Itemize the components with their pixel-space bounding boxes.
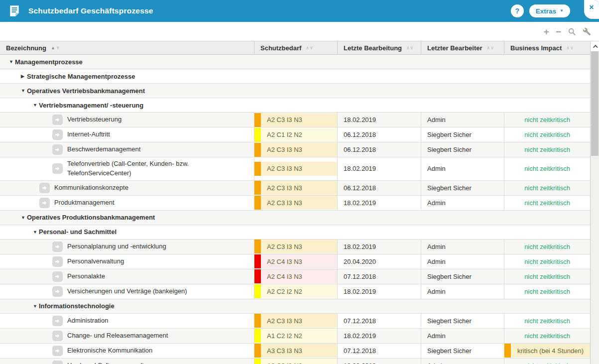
open-process-icon[interactable] (52, 331, 63, 341)
extras-button[interactable]: Extras ▼ (529, 4, 570, 17)
group-label: Managementprozesse (15, 58, 83, 66)
tree-group-row[interactable]: ▼Operatives Produktionsbankmanagement (0, 211, 590, 225)
help-button[interactable]: ? (511, 4, 524, 17)
process-row[interactable]: Change- und ReleasemanagementA1 C2 I2 N2… (0, 329, 590, 344)
letzter-bearbeiter-cell: Admin (421, 284, 504, 299)
scroll-up-button[interactable] (591, 41, 599, 51)
business-impact-cell: nicht zeitkritisch (504, 240, 590, 254)
open-process-icon[interactable] (52, 346, 63, 356)
schutzbedarf-cell: A2 C3 I3 N3 (254, 113, 337, 127)
collapse-arrow-icon[interactable]: ▼ (33, 304, 39, 309)
group-name-cell: ▼Vertriebsmanagement/ -steuerung (0, 98, 590, 112)
schutzbedarf-cell: A2 C3 I3 N3 (254, 314, 337, 328)
impact-value: nicht zeitkritisch (524, 199, 570, 207)
minus-icon[interactable]: − (556, 27, 561, 36)
process-name-cell: Versicherungen und Verträge (bankeigen) (0, 284, 254, 299)
process-row[interactable]: PersonalakteA2 C4 I3 N307.12.2018Siegber… (0, 269, 590, 284)
collapse-arrow-icon[interactable]: ▼ (9, 59, 15, 64)
letzte-bearbeitung-cell: 18.02.2019 (337, 240, 421, 254)
process-row[interactable]: Internet-AuftrittA2 C1 I2 N206.12.2018Si… (0, 127, 590, 142)
process-row[interactable]: Elektronische KommunikationA3 C3 I3 N307… (0, 344, 590, 359)
tree-group-row[interactable]: ▼Informationstechnologie (0, 299, 590, 314)
open-process-icon[interactable] (52, 286, 63, 297)
schutzbedarf-value: A3 C3 I3 N3 (261, 344, 337, 358)
process-row[interactable]: AdministrationA2 C3 I3 N307.12.2018Siegb… (0, 314, 590, 329)
open-process-icon[interactable] (52, 271, 63, 282)
tree-group-row[interactable]: ▶Strategische Managementprozesse (0, 69, 590, 84)
letzter-bearbeiter-cell: Siegbert Sicher (421, 181, 504, 195)
letzter-bearbeiter-cell: Siegbert Sicher (421, 344, 504, 358)
letzte-bearbeitung-cell: 06.12.2018 (337, 127, 421, 142)
column-header-business-impact[interactable]: Business Impact ∧∨ (504, 41, 590, 54)
schutzbedarf-badge: A2 C3 I3 N3 (254, 113, 337, 127)
tree-group-row[interactable]: ▼Vertriebsmanagement/ -steuerung (0, 98, 590, 113)
process-row[interactable]: ProduktmanagementA2 C3 I3 N318.02.2019Ad… (0, 196, 590, 211)
process-row[interactable]: KommunikationskonzepteA2 C3 I3 N306.12.2… (0, 181, 590, 196)
process-row[interactable]: Telefonvertrieb (Call-Center, Kunden- bz… (0, 157, 590, 181)
group-name-cell: ▼Operatives Produktionsbankmanagement (0, 211, 590, 225)
column-header-letzte-bearbeitung[interactable]: Letzte Bearbeitung ∧∨ (337, 41, 421, 54)
letzte-bearbeitung-cell: 18.02.2019 (337, 284, 421, 299)
business-impact-cell: nicht zeitkritisch (504, 196, 590, 210)
process-row[interactable]: Versicherungen und Verträge (bankeigen)A… (0, 284, 590, 299)
schutzbedarf-value: A2 C3 I3 N3 (261, 143, 337, 157)
close-button[interactable]: × (584, 0, 599, 19)
search-icon[interactable] (568, 27, 576, 36)
vertical-scrollbar[interactable] (590, 41, 599, 364)
severity-bar (504, 344, 511, 358)
process-row[interactable]: Hard- und SoftwareverwaltungA2 C2 I2 N21… (0, 359, 590, 364)
column-header-letzter-bearbeiter[interactable]: Letzter Bearbeiter ∧∨ (421, 41, 504, 54)
collapse-arrow-icon[interactable]: ▼ (21, 215, 27, 220)
letzte-bearbeitung-cell: 20.04.2020 (337, 254, 421, 269)
group-name-cell: ▼Operatives Vertriebsbankmanagement (0, 84, 590, 98)
tree-group-row[interactable]: ▼Personal- und Sachmittel (0, 225, 590, 240)
severity-bar (254, 113, 261, 127)
open-process-icon[interactable] (52, 129, 63, 140)
open-process-icon[interactable] (39, 198, 50, 208)
letzte-bearbeitung-cell: 18.02.2019 (337, 359, 421, 364)
schutzbedarf-badge: A2 C1 I2 N2 (254, 128, 337, 142)
open-process-icon[interactable] (52, 144, 63, 155)
letzter-bearbeiter-cell: Admin (421, 157, 504, 180)
open-process-icon[interactable] (52, 316, 63, 326)
letzter-bearbeiter-cell: Admin (421, 240, 504, 254)
open-process-icon[interactable] (52, 361, 63, 364)
expand-arrow-icon[interactable]: ▶ (21, 74, 27, 79)
impact-value: nicht zeitkritisch (524, 165, 570, 172)
open-process-icon[interactable] (52, 115, 63, 125)
process-row[interactable]: PersonalverwaltungA2 C4 I3 N320.04.2020A… (0, 254, 590, 269)
sort-icons: ∧∨ (487, 46, 494, 50)
group-label: Vertriebsmanagement/ -steuerung (39, 102, 143, 109)
process-row[interactable]: Personalplanung und -entwicklungA2 C3 I3… (0, 240, 590, 254)
open-process-icon[interactable] (52, 256, 63, 267)
collapse-arrow-icon[interactable]: ▼ (33, 230, 39, 235)
open-process-icon[interactable] (52, 163, 63, 174)
process-name-cell: Telefonvertrieb (Call-Center, Kunden- bz… (0, 157, 254, 180)
process-label: Beschwerdemanagement (67, 145, 140, 154)
schutzbedarf-cell: A2 C3 I3 N3 (254, 181, 337, 195)
process-row[interactable]: VertriebssteuerungA2 C3 I3 N318.02.2019A… (0, 113, 590, 127)
group-name-cell: ▼Managementprozesse (0, 55, 590, 69)
schutzbedarf-cell: A1 C2 I2 N2 (254, 329, 337, 343)
collapse-arrow-icon[interactable]: ▼ (21, 88, 27, 93)
process-label: Produktmanagement (54, 198, 115, 208)
schutzbedarf-cell: A2 C4 I3 N3 (254, 269, 337, 284)
plus-icon[interactable]: + (544, 27, 549, 36)
column-header-schutzbedarf[interactable]: Schutzbedarf ∧∨ (254, 41, 337, 54)
wrench-icon[interactable] (583, 27, 591, 36)
impact-value: nicht zeitkritisch (524, 273, 570, 280)
sort-icons: ▲▼ (51, 46, 60, 50)
open-process-icon[interactable] (52, 242, 63, 252)
scrollbar-thumb[interactable] (591, 51, 599, 156)
tree-group-row[interactable]: ▼Operatives Vertriebsbankmanagement (0, 84, 590, 98)
impact-value: nicht zeitkritisch (524, 362, 570, 364)
open-process-icon[interactable] (39, 183, 50, 193)
schutzbedarf-badge: A3 C3 I3 N3 (254, 344, 337, 358)
process-row[interactable]: BeschwerdemanagementA2 C3 I3 N306.12.201… (0, 142, 590, 157)
letzter-bearbeiter-cell: Admin (421, 359, 504, 364)
collapse-arrow-icon[interactable]: ▼ (33, 103, 39, 108)
business-impact-cell: nicht zeitkritisch (504, 127, 590, 142)
column-header-bezeichnung[interactable]: Bezeichnung ▲▼ (0, 41, 254, 54)
tree-group-row[interactable]: ▼Managementprozesse (0, 55, 590, 69)
process-name-cell: Elektronische Kommunikation (0, 344, 254, 358)
